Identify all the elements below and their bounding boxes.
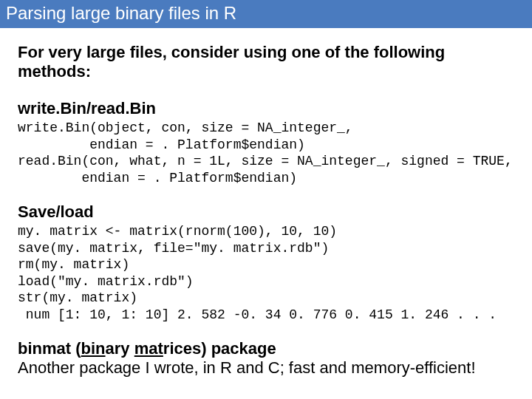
footer-line-1: binmat (binary matrices) package xyxy=(18,339,514,358)
footer-pkg-mid2: rices) package xyxy=(163,339,276,358)
code-block-saveload: my. matrix <- matrix(rnorm(100), 10, 10)… xyxy=(18,223,514,323)
footer-pkg-prefix: binmat ( xyxy=(18,339,81,358)
code-block-bin: write.Bin(object, con, size = NA_integer… xyxy=(18,120,514,186)
lead-paragraph: For very large files, consider using one… xyxy=(18,43,514,81)
footer-line-2: Another package I wrote, in R and C; fas… xyxy=(18,358,514,378)
slide: Parsing large binary files in R For very… xyxy=(0,0,532,399)
slide-title: Parsing large binary files in R xyxy=(0,0,532,28)
footer-pkg-u1: bin xyxy=(81,339,106,358)
slide-content: For very large files, consider using one… xyxy=(0,28,532,378)
footer-pkg-mid1: ary xyxy=(106,339,134,358)
section-heading-saveload: Save/load xyxy=(18,202,514,222)
footer-pkg-u2: mat xyxy=(134,339,163,358)
section-heading-bin: write.Bin/read.Bin xyxy=(18,99,514,118)
